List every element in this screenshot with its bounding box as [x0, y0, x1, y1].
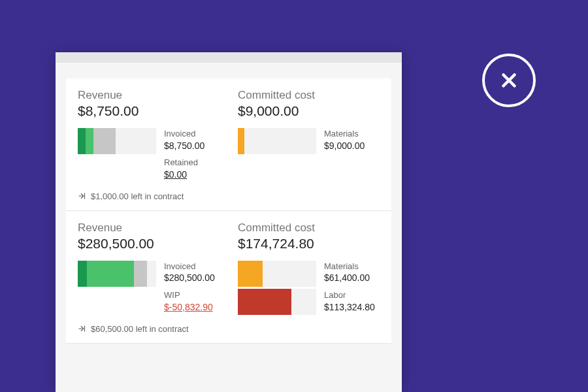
- revenue-title: Revenue: [78, 89, 220, 102]
- arrow-right-icon: [78, 324, 87, 333]
- chart-bar-row: [238, 289, 316, 315]
- revenue-section: Revenue $8,750.00 Invoiced$8,750.00Retai…: [78, 89, 220, 201]
- chart-bar-row: [238, 261, 316, 287]
- chart-bar-segment: [134, 261, 146, 287]
- chart-bar-row: [78, 128, 156, 154]
- revenue-total: $8,750.00: [78, 103, 220, 119]
- cost-section: Committed cost $9,000.00 Materials$9,000…: [238, 89, 380, 201]
- legend-label: WIP: [164, 289, 215, 301]
- footnote-text: $60,500.00 left in contract: [91, 324, 189, 334]
- legend-item: Retained$0.00: [164, 157, 204, 180]
- legend-value: $61,400.00: [324, 272, 375, 284]
- legend-item: Invoiced$280,500.00: [164, 261, 215, 284]
- chart-bar-segment: [238, 289, 291, 315]
- legend-value: $113,324.80: [324, 301, 375, 314]
- chart-bar-segment: [78, 261, 87, 287]
- legend-value: $9,000.00: [324, 140, 365, 152]
- chart-bar-segment: [86, 128, 93, 154]
- legend-value: $-50,832.90: [164, 301, 215, 314]
- cost-legend: Materials$61,400.00Labor$113,324.80: [324, 261, 375, 319]
- chart-bar-segment: [78, 128, 86, 154]
- cost-title: Committed cost: [238, 89, 380, 102]
- legend-label: Materials: [324, 261, 375, 272]
- chart-bar-segment: [87, 261, 134, 287]
- close-button[interactable]: [482, 54, 536, 107]
- cost-chart: [238, 261, 316, 317]
- legend-item: Labor$113,324.80: [324, 289, 375, 313]
- legend-label: Invoiced: [164, 261, 215, 272]
- cost-total: $174,724.80: [238, 236, 380, 252]
- cost-legend: Materials$9,000.00: [324, 128, 365, 157]
- project-card: Revenue $280,500.00 Invoiced$280,500.00W…: [66, 211, 391, 344]
- arrow-right-icon: [78, 191, 87, 201]
- revenue-title: Revenue: [78, 221, 220, 235]
- chart-bar-segment: [238, 261, 263, 287]
- legend-value: $0.00: [164, 169, 204, 181]
- dashboard-content: Revenue $8,750.00 Invoiced$8,750.00Retai…: [56, 63, 402, 344]
- revenue-footnote: $1,000.00 left in contract: [78, 191, 220, 201]
- revenue-legend: Invoiced$280,500.00WIP$-50,832.90: [164, 261, 215, 319]
- revenue-chart: [78, 261, 156, 289]
- legend-label: Retained: [164, 157, 204, 169]
- chart-bar-row: [78, 261, 156, 287]
- legend-label: Invoiced: [164, 128, 204, 140]
- revenue-legend: Invoiced$8,750.00Retained$0.00: [164, 128, 204, 186]
- legend-label: Materials: [324, 128, 365, 140]
- legend-item: Materials$9,000.00: [324, 128, 365, 152]
- chart-bar-segment: [93, 128, 116, 154]
- legend-item: Materials$61,400.00: [324, 261, 375, 284]
- legend-value: $8,750.00: [164, 140, 204, 152]
- revenue-chart: [78, 128, 156, 156]
- project-card: Revenue $8,750.00 Invoiced$8,750.00Retai…: [66, 78, 391, 211]
- window-titlebar: [56, 52, 402, 63]
- revenue-total: $280,500.00: [78, 236, 220, 252]
- cost-section: Committed cost $174,724.80 Materials$61,…: [238, 221, 380, 334]
- close-icon: [498, 69, 520, 91]
- cost-chart: [238, 128, 316, 156]
- legend-label: Labor: [324, 289, 375, 301]
- cost-total: $9,000.00: [238, 103, 380, 119]
- footnote-text: $1,000.00 left in contract: [91, 191, 184, 201]
- cost-title: Committed cost: [238, 221, 380, 235]
- chart-bar-row: [238, 128, 316, 154]
- revenue-footnote: $60,500.00 left in contract: [78, 324, 220, 334]
- revenue-section: Revenue $280,500.00 Invoiced$280,500.00W…: [78, 221, 220, 334]
- legend-item: WIP$-50,832.90: [164, 289, 215, 313]
- app-window: Revenue $8,750.00 Invoiced$8,750.00Retai…: [56, 52, 402, 392]
- chart-bar-segment: [238, 128, 244, 154]
- legend-item: Invoiced$8,750.00: [164, 128, 204, 152]
- legend-value: $280,500.00: [164, 272, 215, 284]
